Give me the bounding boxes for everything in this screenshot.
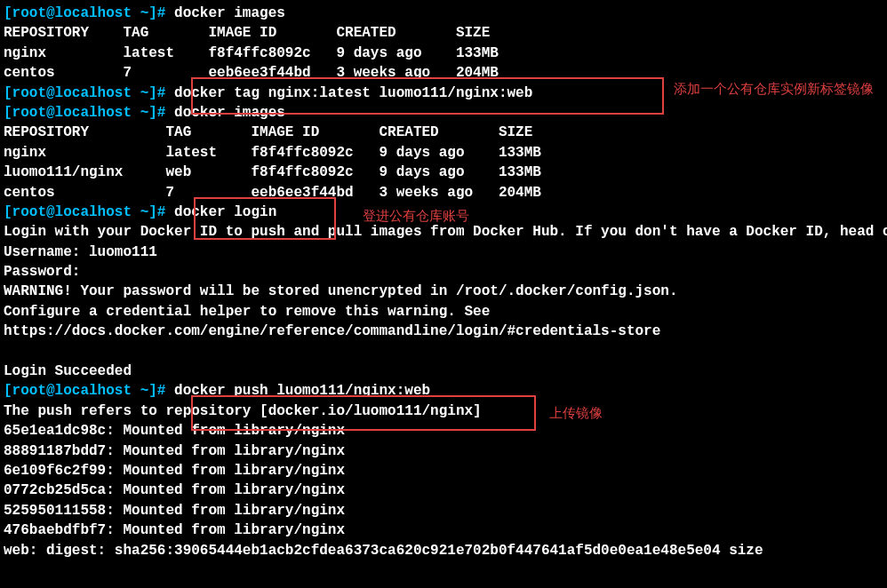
prompt: [root@localhost ~]# [4, 383, 165, 399]
warning: WARNING! Your password will be stored un… [4, 282, 883, 301]
table-row: centos 7 eeb6ee3f44bd 3 weeks ago 204MB [4, 183, 883, 203]
table-row: luomo111/nginx web f8f4ffc8092c 9 days a… [4, 163, 883, 182]
table-row: centos 7 eeb6ee3f44bd 3 weeks ago 204MB [4, 63, 883, 83]
push-refers: The push refers to repository [docker.io… [4, 401, 883, 421]
push-layer: 88891187bdd7: Mounted from library/nginx [4, 441, 883, 461]
username-line: Username: luomo111 [4, 242, 883, 262]
username-value: luomo111 [89, 244, 157, 260]
prompt: [root@localhost ~]# [4, 85, 165, 101]
annotation-tag: 添加一个公有仓库实例新标签镜像 [674, 83, 878, 99]
warning: Configure a credential helper to remove … [4, 302, 883, 322]
table-header: REPOSITORY TAG IMAGE ID CREATED SIZE [4, 23, 883, 43]
prompt-line: [root@localhost ~]# docker images [4, 103, 883, 123]
push-layer: 0772cb25d5ca: Mounted from library/nginx [4, 481, 883, 500]
prompt: [root@localhost ~]# [4, 5, 165, 21]
command: docker login [174, 204, 276, 220]
username-label: Username: [4, 244, 89, 260]
push-layer: 476baebdfbf7: Mounted from library/nginx [4, 520, 883, 540]
push-layer: 65e1ea1dc98c: Mounted from library/nginx [4, 421, 883, 441]
annotation-push: 上传镜像 [549, 407, 603, 423]
prompt-line: [root@localhost ~]# docker images [4, 4, 883, 23]
table-row: nginx latest f8f4ffc8092c 9 days ago 133… [4, 44, 883, 63]
push-layer: 6e109f6c2f99: Mounted from library/nginx [4, 461, 883, 481]
command: docker images [174, 105, 285, 121]
prompt: [root@localhost ~]# [4, 204, 165, 220]
table-row: nginx latest f8f4ffc8092c 9 days ago 133… [4, 143, 883, 163]
push-digest: web: digest: sha256:39065444eb1acb2cfdea… [4, 541, 883, 560]
command: docker tag nginx:latest luomo111/nginx:w… [174, 85, 532, 101]
prompt-line: [root@localhost ~]# docker push luomo111… [4, 381, 883, 401]
annotation-login: 登进公有仓库账号 [363, 210, 469, 226]
command: docker images [174, 5, 285, 21]
push-layer: 525950111558: Mounted from library/nginx [4, 501, 883, 520]
login-success: Login Succeeded [4, 362, 883, 381]
prompt: [root@localhost ~]# [4, 105, 165, 121]
table-header: REPOSITORY TAG IMAGE ID CREATED SIZE [4, 123, 883, 142]
blank-line [4, 342, 883, 362]
password-line: Password: [4, 262, 883, 282]
warning: https://docs.docker.com/engine/reference… [4, 322, 883, 341]
command: docker push luomo111/nginx:web [174, 383, 430, 399]
